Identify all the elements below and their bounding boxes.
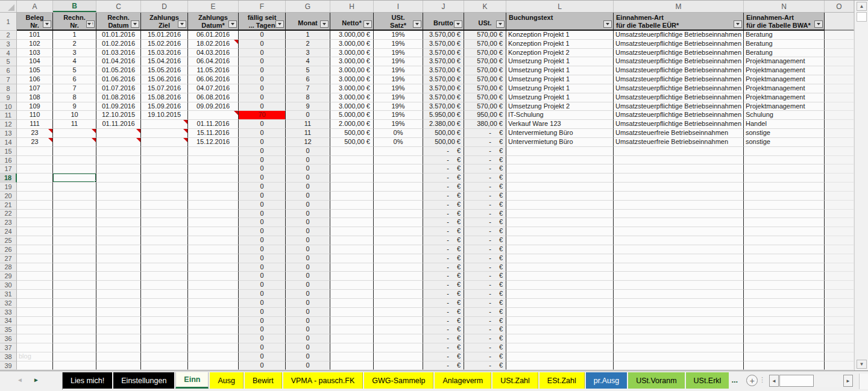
cell-L24[interactable] <box>506 227 614 236</box>
table-header-cell-g[interactable]: Monat <box>286 13 330 31</box>
cell-O18[interactable] <box>825 174 854 183</box>
cell-N11[interactable]: Schulung <box>744 111 825 120</box>
cell-I11[interactable]: 19% <box>374 111 423 120</box>
cell-G6[interactable]: 5 <box>286 66 330 75</box>
cell-F12[interactable]: 0 <box>239 120 286 129</box>
cell-L32[interactable] <box>506 299 614 308</box>
sheet-tab-ust-voranm[interactable]: USt.Voranm <box>628 372 684 389</box>
cell-M26[interactable] <box>614 245 744 254</box>
cell-C13[interactable] <box>96 129 141 138</box>
cell-E34[interactable] <box>188 317 239 326</box>
cell-J37[interactable]: -€ <box>423 343 464 352</box>
cell-N18[interactable] <box>744 174 825 183</box>
cell-L30[interactable] <box>506 281 614 290</box>
cell-B28[interactable] <box>53 263 96 272</box>
cell-H16[interactable] <box>330 156 374 165</box>
cell-C11[interactable]: 12.10.2015 <box>96 111 141 120</box>
cell-K16[interactable]: -€ <box>464 156 506 165</box>
cell-E10[interactable]: 09.09.2016 <box>188 102 239 111</box>
cell-E37[interactable] <box>188 343 239 352</box>
cell-M19[interactable] <box>614 183 744 192</box>
cell-I37[interactable] <box>374 343 423 352</box>
cell-B32[interactable] <box>53 299 96 308</box>
column-header-O[interactable]: O <box>825 1 854 12</box>
cell-D17[interactable] <box>141 164 188 174</box>
cell-F8[interactable]: 0 <box>239 84 286 93</box>
cell-J15[interactable]: -€ <box>423 147 464 156</box>
cell-G26[interactable]: 0 <box>286 245 330 254</box>
cell-O7[interactable] <box>825 75 854 84</box>
cell-G20[interactable]: 0 <box>286 192 330 201</box>
cell-L29[interactable] <box>506 272 614 281</box>
cell-C23[interactable] <box>96 218 141 227</box>
cell-F34[interactable]: 0 <box>239 317 286 326</box>
cell-C29[interactable] <box>96 272 141 281</box>
cell-O37[interactable] <box>825 343 854 352</box>
cell-I26[interactable] <box>374 245 423 254</box>
cell-F10[interactable]: 0 <box>239 102 286 111</box>
cell-M29[interactable] <box>614 272 744 281</box>
cell-G15[interactable]: 0 <box>286 147 330 156</box>
cell-C17[interactable] <box>96 164 141 174</box>
cell-O3[interactable] <box>825 40 854 49</box>
cell-J39[interactable]: -€ <box>423 361 464 371</box>
cell-M7[interactable]: Umsatzsteuerpflichtige Betriebseinnahmen <box>614 75 744 84</box>
table-header-cell-e[interactable]: ZahlungsDatum* <box>188 13 239 31</box>
cell-G2[interactable]: 1 <box>286 31 330 40</box>
cell-M10[interactable]: Umsatzsteuerpflichtige Betriebseinnahmen <box>614 102 744 111</box>
cell-M24[interactable] <box>614 227 744 236</box>
cell-N37[interactable] <box>744 343 825 352</box>
cell-K5[interactable]: 570,00 € <box>464 57 506 66</box>
cell-I34[interactable] <box>374 317 423 326</box>
cell-J4[interactable]: 3.570,00 € <box>423 49 464 58</box>
cell-N30[interactable] <box>744 281 825 290</box>
cell-I10[interactable]: 19% <box>374 102 423 111</box>
cell-B3[interactable]: 2 <box>53 40 96 49</box>
cell-I12[interactable]: 19% <box>374 120 423 129</box>
cell-O35[interactable] <box>825 325 854 334</box>
cell-I24[interactable] <box>374 227 423 236</box>
table-header-cell-n[interactable]: Einnahmen-Artfür die Tabelle BWA* <box>744 13 825 31</box>
cell-L15[interactable] <box>506 147 614 156</box>
cell-N10[interactable]: Projektmanagement <box>744 102 825 111</box>
cell-B36[interactable] <box>53 334 96 343</box>
cell-H5[interactable]: 3.000,00 € <box>330 57 374 66</box>
cell-D28[interactable] <box>141 263 188 272</box>
sheet-tab-lies-mich[interactable]: Lies mich! <box>63 372 112 389</box>
cell-C35[interactable] <box>96 325 141 334</box>
cell-N5[interactable]: Projektmanagement <box>744 57 825 66</box>
cell-N36[interactable] <box>744 334 825 343</box>
cell-H28[interactable] <box>330 263 374 272</box>
cell-L2[interactable]: Konzeption Projekt 1 <box>506 31 614 40</box>
cell-A31[interactable] <box>17 290 53 299</box>
cell-H17[interactable] <box>330 164 374 174</box>
column-header-D[interactable]: D <box>141 1 188 12</box>
cell-N7[interactable]: Projektmanagement <box>744 75 825 84</box>
cell-M16[interactable] <box>614 156 744 165</box>
cell-N6[interactable]: Projektmanagement <box>744 66 825 75</box>
cell-B17[interactable] <box>53 164 96 174</box>
cell-I22[interactable] <box>374 210 423 219</box>
cell-N26[interactable] <box>744 245 825 254</box>
cell-B16[interactable] <box>53 156 96 165</box>
cell-B8[interactable]: 7 <box>53 84 96 93</box>
row-header-6[interactable]: 6 <box>0 66 17 75</box>
cell-O8[interactable] <box>825 84 854 93</box>
cell-B38[interactable] <box>53 352 96 361</box>
cell-L11[interactable]: IT-Schulung <box>506 111 614 120</box>
filter-button-j[interactable] <box>454 20 462 28</box>
cell-N39[interactable] <box>744 361 825 371</box>
cell-J36[interactable]: -€ <box>423 334 464 343</box>
cell-A39[interactable] <box>17 361 53 371</box>
cell-G34[interactable]: 0 <box>286 317 330 326</box>
cell-I32[interactable] <box>374 299 423 308</box>
cell-L28[interactable] <box>506 263 614 272</box>
cell-A11[interactable]: 110 <box>17 111 53 120</box>
cell-J22[interactable]: -€ <box>423 210 464 219</box>
cell-N32[interactable] <box>744 299 825 308</box>
cell-C33[interactable] <box>96 308 141 317</box>
cell-E9[interactable]: 06.08.2016 <box>188 93 239 102</box>
cell-F9[interactable]: 0 <box>239 93 286 102</box>
row-header-36[interactable]: 36 <box>0 334 17 343</box>
table-header-cell-d[interactable]: ZahlungsZiel <box>141 13 188 31</box>
